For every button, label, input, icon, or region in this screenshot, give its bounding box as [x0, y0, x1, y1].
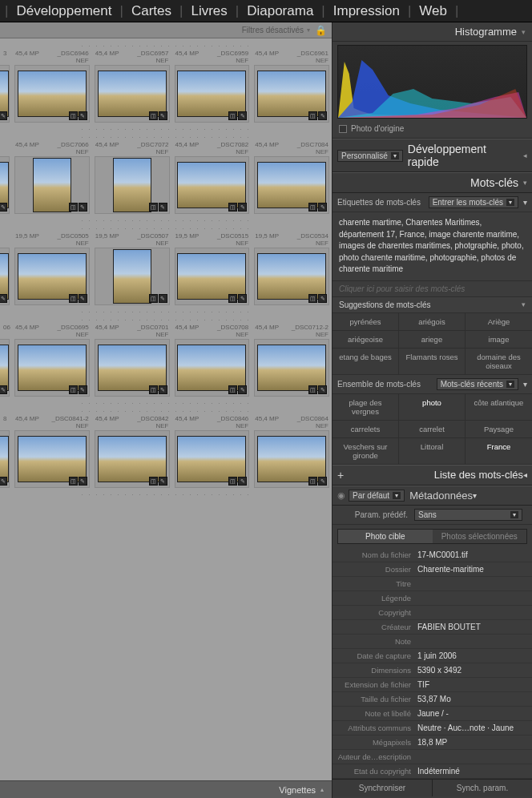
- thumbnail[interactable]: ◫✎: [175, 430, 250, 488]
- keyword-chip[interactable]: image: [466, 331, 532, 349]
- thumbnail[interactable]: ◫✎: [95, 339, 170, 397]
- thumbnail[interactable]: ◫✎: [95, 156, 170, 214]
- keyword-chip[interactable]: Littoral: [399, 438, 466, 465]
- thumbnail-cell[interactable]: 45,4 MP_DSC0708NEF◫✎: [172, 324, 252, 397]
- metadata-value[interactable]: [417, 594, 527, 603]
- keyword-mode-dropdown[interactable]: Entrer les mots-clés▾: [429, 196, 518, 208]
- keyword-chip[interactable]: etang de bages: [332, 349, 399, 375]
- metadata-value[interactable]: [417, 752, 527, 761]
- metadata-value[interactable]: TIF: [417, 680, 527, 689]
- keyword-set-dropdown[interactable]: Mots-clés récents▾: [437, 378, 518, 390]
- keyword-chip[interactable]: plage des vergnes: [332, 394, 399, 421]
- nav-web[interactable]: Web: [413, 3, 453, 19]
- keyword-chip[interactable]: pyrénées: [332, 313, 399, 331]
- vignettes-dropdown-icon[interactable]: ▴: [320, 786, 324, 793]
- tab-target-photo[interactable]: Photo cible: [338, 530, 433, 543]
- thumbnail-cell[interactable]: 45,4 MP_DSC7066NEF◫✎: [12, 141, 92, 215]
- metadata-value[interactable]: Jaune / -: [417, 709, 527, 718]
- thumbnail-cell[interactable]: 45,4 MP_DSC0712-2NEF◫✎: [252, 324, 332, 397]
- thumbnail-cell[interactable]: 45,4 MP_DSC7084NEF◫✎: [252, 141, 332, 215]
- filter-dropdown-icon[interactable]: ▾: [307, 26, 310, 34]
- metadata-value[interactable]: 18,8 MP: [417, 738, 527, 747]
- nav-diaporama[interactable]: Diaporama: [240, 3, 320, 19]
- keyword-list-header[interactable]: + Liste des mots-clés ◂: [332, 465, 532, 486]
- keyword-text[interactable]: charente martime, Charentes Maritimes, d…: [332, 212, 532, 281]
- thumbnail-cell[interactable]: 45,4 MP_DSC6946NEF◫✎: [12, 50, 92, 123]
- keyword-chip[interactable]: côte atlantique: [466, 394, 532, 421]
- keyword-input[interactable]: Cliquer ici pour saisir des mots-clés: [332, 281, 532, 297]
- thumbnail-cell[interactable]: 45,4 MP_DSC0841-2NEF◫✎: [12, 415, 92, 489]
- thumbnail-cell[interactable]: 45,4 MP_DSC6961NEF◫✎: [252, 50, 332, 123]
- keyword-chip[interactable]: Veschers sur gironde: [332, 438, 399, 465]
- metadata-value[interactable]: [417, 637, 527, 646]
- keyword-chip[interactable]: carrelets: [332, 421, 399, 438]
- thumbnail[interactable]: ◫✎: [254, 430, 329, 488]
- metadata-param-dropdown[interactable]: Sans▾: [414, 509, 522, 521]
- keyword-chip[interactable]: carrelet: [399, 421, 466, 438]
- metadata-value[interactable]: Neutre · Auc…note · Jaune: [417, 723, 527, 732]
- keyword-chip[interactable]: Flamants roses: [399, 349, 466, 375]
- keyword-chip[interactable]: ariégois: [399, 313, 466, 331]
- thumbnail-cell[interactable]: 19,5 MP_DSC0505NEF◫✎: [12, 232, 92, 306]
- thumbnail[interactable]: ◫✎: [254, 156, 329, 214]
- nav-impression[interactable]: Impression: [327, 3, 406, 19]
- keyword-chip[interactable]: ariege: [399, 331, 466, 349]
- thumbnail-cell[interactable]: 45,4 MP_DSC0864NEF◫✎: [252, 415, 332, 489]
- thumbnail[interactable]: ◫✎: [175, 156, 250, 214]
- thumbnail[interactable]: ◫✎: [175, 339, 250, 397]
- filter-label[interactable]: Filtres désactivés: [242, 26, 304, 34]
- thumbnail[interactable]: ◫✎: [175, 65, 250, 123]
- metadata-value[interactable]: 53,87 Mo: [417, 695, 527, 703]
- tab-selected-photos[interactable]: Photos sélectionnées: [433, 530, 527, 543]
- sync-param-button[interactable]: Synch. param.: [433, 780, 532, 796]
- keywords-header[interactable]: Mots-clés ▾: [332, 172, 532, 193]
- metadata-preset-dropdown[interactable]: Par défaut▾: [349, 490, 405, 502]
- nav-cartes[interactable]: Cartes: [125, 3, 178, 19]
- thumbnail[interactable]: ◫✎: [95, 430, 170, 488]
- metadata-header[interactable]: ◉ Par défaut▾ Métadonnées ▾: [332, 486, 532, 506]
- histogram[interactable]: [337, 45, 527, 119]
- keyword-suggestions-header[interactable]: Suggestions de mots-clés ▾: [332, 297, 532, 313]
- thumbnail[interactable]: ◫✎: [95, 248, 170, 305]
- thumbnail-grid[interactable]: · · · · · · · · · · · · · · · · · · · · …: [0, 38, 332, 780]
- thumbnail-cell[interactable]: 45,4 MP_DSC7072NEF◫✎: [92, 141, 172, 215]
- vignettes-label[interactable]: Vignettes: [279, 785, 316, 795]
- sync-button[interactable]: Synchroniser: [332, 780, 433, 796]
- keyword-chip[interactable]: domaine des oiseaux: [466, 349, 532, 375]
- thumbnail-cell[interactable]: 45,4 MP_DSC0695NEF◫✎: [12, 324, 92, 397]
- nav-developpement[interactable]: Développement: [10, 3, 118, 19]
- metadata-value[interactable]: 1 juin 2006: [417, 651, 527, 660]
- nav-livres[interactable]: Livres: [184, 3, 233, 19]
- quick-develop-header[interactable]: Personnalisé▾ Développement rapide ◂: [332, 139, 532, 172]
- eye-icon[interactable]: ◉: [337, 490, 349, 501]
- thumbnail[interactable]: ◫✎: [254, 248, 329, 305]
- thumbnail[interactable]: ◫✎: [14, 65, 90, 123]
- thumbnail-cell[interactable]: 19,5 MP_DSC0515NEF◫✎: [172, 232, 252, 306]
- thumbnail[interactable]: ◫✎: [14, 156, 90, 214]
- metadata-value[interactable]: 5390 x 3492: [417, 666, 527, 675]
- keyword-chip[interactable]: France: [466, 438, 532, 465]
- lock-icon[interactable]: 🔒: [315, 25, 327, 36]
- thumbnail-cell[interactable]: 19,5 MP_DSC0507NEF◫✎: [92, 232, 172, 306]
- thumbnail-cell[interactable]: 45,4 MP_DSC0842NEF◫✎: [92, 415, 172, 489]
- keyword-chip[interactable]: Ariège: [466, 313, 532, 331]
- metadata-value[interactable]: FABIEN BOUTET: [417, 623, 527, 631]
- metadata-value[interactable]: [417, 608, 527, 617]
- original-photo-checkbox[interactable]: [339, 125, 347, 133]
- thumbnail-cell[interactable]: 45,4 MP_DSC0701NEF◫✎: [92, 324, 172, 397]
- plus-icon[interactable]: +: [337, 469, 350, 482]
- metadata-value[interactable]: 17-MC0001.tif: [417, 550, 527, 559]
- thumbnail[interactable]: ◫✎: [175, 248, 250, 305]
- metadata-value[interactable]: [417, 579, 527, 588]
- thumbnail-cell[interactable]: 45,4 MP_DSC6959NEF◫✎: [172, 50, 252, 123]
- thumbnail[interactable]: ◫✎: [254, 65, 329, 123]
- thumbnail-cell[interactable]: 19,5 MP_DSC0534NEF◫✎: [252, 232, 332, 306]
- thumbnail[interactable]: ◫✎: [14, 339, 90, 397]
- keyword-chip[interactable]: photo: [399, 394, 466, 421]
- thumbnail-cell[interactable]: 45,4 MP_DSC6957NEF◫✎: [92, 50, 172, 123]
- metadata-value[interactable]: Charente-maritime: [417, 565, 527, 574]
- thumbnail[interactable]: ◫✎: [14, 430, 90, 488]
- thumbnail-cell[interactable]: 45,4 MP_DSC0846NEF◫✎: [172, 415, 252, 489]
- thumbnail-cell[interactable]: 45,4 MP_DSC7082NEF◫✎: [172, 141, 252, 215]
- keyword-chip[interactable]: ariégeoise: [332, 331, 399, 349]
